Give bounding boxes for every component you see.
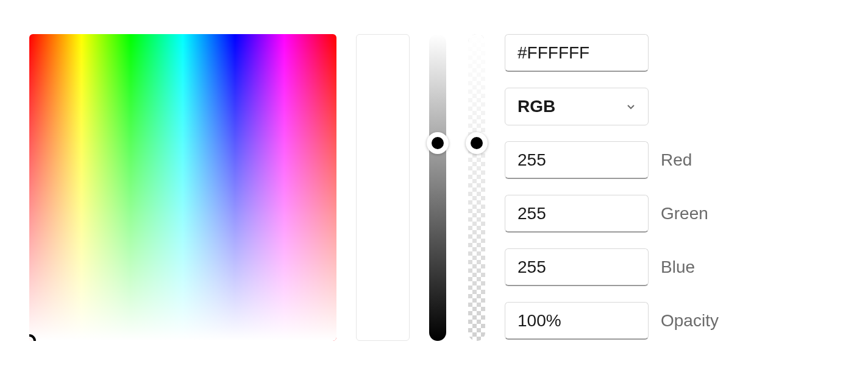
- lightness-handle[interactable]: [427, 132, 449, 154]
- color-picker: RGB Red Green Blue Opacity: [29, 34, 839, 341]
- lightness-slider[interactable]: [429, 34, 446, 341]
- blue-row: Blue: [505, 248, 736, 286]
- hex-input[interactable]: [505, 34, 649, 72]
- sliders-group: [429, 34, 485, 341]
- green-row: Green: [505, 195, 736, 233]
- blue-input[interactable]: [505, 248, 649, 286]
- alpha-slider[interactable]: [468, 34, 485, 341]
- opacity-label: Opacity: [661, 311, 719, 331]
- mode-row: RGB: [505, 88, 736, 125]
- red-label: Red: [661, 150, 692, 170]
- inputs-column: RGB Red Green Blue Opacity: [505, 34, 736, 340]
- green-label: Green: [661, 204, 708, 223]
- alpha-gradient: [468, 34, 485, 341]
- lightness-handle-dot: [432, 137, 444, 149]
- color-swatch: [356, 34, 410, 341]
- alpha-handle-dot: [471, 137, 483, 149]
- red-row: Red: [505, 141, 736, 179]
- color-mode-selected: RGB: [518, 97, 555, 116]
- opacity-input[interactable]: [505, 302, 649, 340]
- alpha-handle[interactable]: [466, 132, 488, 154]
- saturation-white-overlay: [29, 34, 336, 341]
- red-input[interactable]: [505, 141, 649, 179]
- green-input[interactable]: [505, 195, 649, 233]
- hex-row: [505, 34, 736, 72]
- color-mode-select[interactable]: RGB: [505, 88, 649, 125]
- lightness-gradient: [429, 34, 446, 341]
- chevron-down-icon: [626, 102, 636, 111]
- saturation-area[interactable]: [29, 34, 336, 341]
- blue-label: Blue: [661, 258, 695, 277]
- color-mode-select-wrapper: RGB: [505, 88, 649, 125]
- opacity-row: Opacity: [505, 302, 736, 340]
